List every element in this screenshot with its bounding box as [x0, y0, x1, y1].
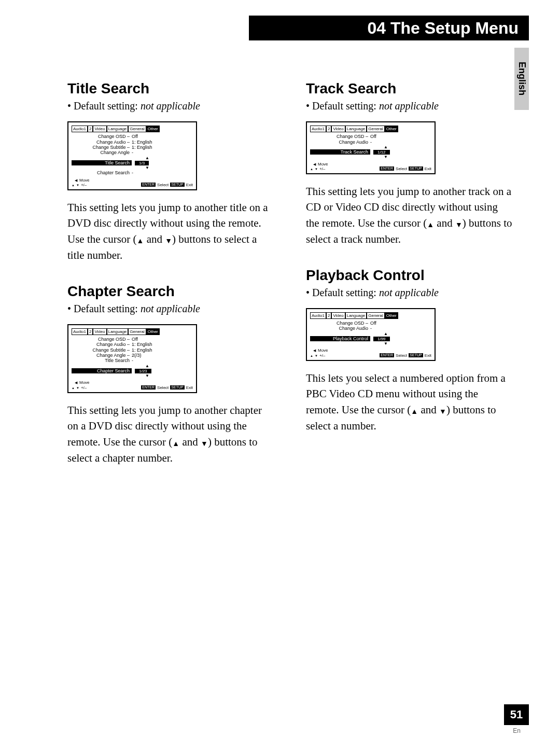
osd-selected-value: 1/99 [373, 337, 390, 341]
osd-value: 1: English [132, 342, 193, 347]
osd-value: 1: English [132, 140, 193, 145]
up-arrow-icon [137, 232, 144, 247]
osd-selected-value: 1/23 [135, 369, 151, 373]
osd-exit-label: Exit [425, 166, 431, 171]
osd-tabs: Audio12VideoLanguageGeneralOther [310, 312, 431, 319]
osd-key: Change Subtitle – [72, 347, 132, 353]
osd-key: Change Angle – [72, 353, 132, 358]
osd-select-label: Select [396, 353, 407, 358]
osd-row: Track Search1/12 [310, 149, 431, 155]
osd-chapter-search: Audio12VideoLanguageGeneralOtherChange O… [67, 324, 197, 393]
osd-value: - [132, 358, 193, 363]
heading-track-search: Track Search [306, 80, 513, 97]
osd-key: Change Angle [72, 150, 132, 155]
osd-tab: Language [107, 328, 129, 335]
heading-playback-control: Playback Control [306, 267, 513, 284]
osd-value: - [132, 150, 193, 155]
osd-row: Title Search1/3 [72, 160, 193, 165]
osd-tab: Other [385, 126, 398, 132]
osd-row: Change Angle- [72, 150, 193, 155]
osd-tab: Language [345, 312, 367, 319]
osd-value: 1/12 [370, 149, 431, 155]
osd-key: Title Search [72, 358, 132, 363]
osd-tab: General [367, 126, 384, 132]
down-arrow-icon [201, 435, 208, 450]
page-lang: En [513, 727, 521, 734]
osd-key: Change OSD – [310, 321, 370, 326]
osd-setup-tag: SETUP [170, 183, 184, 187]
right-column: Track Search Default setting: not applic… [306, 80, 513, 486]
default-label: Default setting: [67, 100, 138, 112]
osd-arrow-up-icon: ▲ [337, 145, 435, 149]
osd-footer: Move +/– ENTER Select SETUP Exit [72, 178, 193, 187]
osd-tab: 2 [88, 126, 93, 132]
osd-tab: General [128, 126, 146, 132]
osd-row: Change Angle –2(/3) [72, 353, 193, 358]
osd-value: - [132, 170, 193, 175]
osd-value: 1: English [132, 347, 193, 353]
osd-tabs: Audio12VideoLanguageGeneralOther [72, 328, 193, 335]
osd-arrow-up-icon: ▲ [99, 364, 196, 368]
osd-row: Playback Control1/99 [310, 336, 431, 341]
default-row: Default setting: not applicable [306, 100, 513, 112]
osd-value: - [370, 326, 431, 331]
osd-select-label: Select [157, 183, 169, 187]
down-arrow-icon [76, 183, 79, 187]
osd-enter-tag: ENTER [380, 166, 394, 171]
osd-select-label: Select [157, 385, 169, 390]
default-label: Default setting: [67, 303, 138, 314]
osd-arrow-down-icon: ▼ [337, 155, 435, 159]
osd-tab: Video [331, 312, 345, 319]
osd-move-label: Move [79, 178, 90, 183]
osd-arrow-down-icon: ▼ [99, 165, 196, 170]
down-arrow-icon [315, 166, 318, 171]
osd-value: 1: English [132, 145, 193, 150]
osd-key: Change Audio – [72, 140, 132, 145]
left-arrow-icon [313, 348, 316, 353]
osd-key: Change OSD – [72, 134, 132, 139]
osd-key: Chapter Search [72, 170, 132, 175]
down-arrow-icon [165, 232, 172, 247]
body-chapter-search: This setting lets you jump to another ch… [67, 402, 275, 466]
osd-select-label: Select [396, 166, 407, 171]
osd-arrow-down-icon: ▼ [337, 341, 435, 346]
up-arrow-icon [172, 435, 179, 450]
osd-row: Change Audio- [310, 326, 431, 331]
osd-selected-value: 1/3 [135, 161, 149, 165]
left-arrow-icon [75, 380, 77, 385]
osd-key: Change OSD – [310, 134, 370, 139]
up-arrow-icon [310, 353, 313, 358]
down-arrow-icon [455, 216, 463, 231]
osd-row: Change OSD –Off [72, 337, 193, 342]
osd-enter-tag: ENTER [141, 183, 156, 187]
osd-setup-tag: SETUP [170, 385, 184, 390]
osd-tab: Audio1 [310, 126, 326, 132]
default-value: not applicable [141, 100, 200, 112]
osd-row: Change OSD –Off [310, 134, 431, 139]
osd-move-label: Move [318, 348, 328, 353]
osd-value: Off [370, 134, 431, 139]
osd-tab: Audio1 [72, 126, 88, 132]
osd-tab: 2 [326, 312, 331, 319]
osd-tab: Video [93, 328, 106, 335]
osd-tab: Other [146, 328, 160, 335]
osd-track-search: Audio12VideoLanguageGeneralOtherChange O… [306, 121, 436, 174]
osd-footer: Move +/– ENTER Select SETUP Exit [310, 162, 431, 171]
osd-row: Chapter Search1/23 [72, 368, 193, 373]
osd-exit-label: Exit [186, 385, 193, 390]
osd-tabs: Audio12VideoLanguageGeneralOther [310, 126, 431, 132]
osd-exit-label: Exit [186, 183, 193, 187]
osd-enter-tag: ENTER [380, 353, 394, 357]
osd-key: Change Audio – [72, 342, 132, 347]
osd-arrow-down-icon: ▼ [99, 373, 196, 378]
default-row: Default setting: not applicable [67, 303, 275, 315]
osd-tab: General [367, 312, 384, 319]
page-number: 51 [504, 704, 529, 725]
up-arrow-icon [310, 166, 313, 171]
left-arrow-icon [313, 162, 316, 166]
osd-tab: Video [93, 126, 106, 132]
osd-arrow-up-icon: ▲ [337, 331, 435, 336]
osd-move-label: Move [318, 162, 328, 166]
osd-row: Title Search- [72, 358, 193, 363]
osd-tab: General [128, 328, 146, 335]
